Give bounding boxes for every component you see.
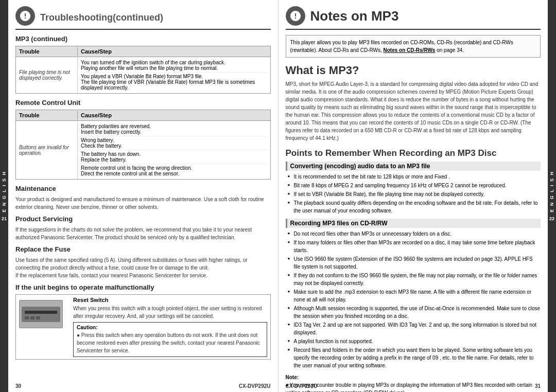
converting-bullet-1: It is recommended to set the bit rate to…: [288, 173, 541, 181]
recording-bullet-2: If too many folders or files other than …: [288, 239, 541, 254]
remote-trouble-table: Trouble Cause/Step Buttons are invalid f…: [15, 110, 271, 180]
recording-bullet-6: Although Multi session recording is supp…: [288, 305, 541, 320]
note-section: Note: ● You may encounter trouble in pla…: [286, 373, 541, 392]
recording-bullet-4: If they do not conform to the ISO 9660 f…: [288, 272, 541, 287]
left-page-header: Troubleshooting(continued): [15, 6, 271, 30]
mp3-trouble-cell: File playing time is not displayed corre…: [16, 57, 78, 93]
mp3-cause-col-header: Cause/Step: [78, 47, 270, 56]
maintenance-section: Maintenance Your product is designed and…: [15, 185, 271, 211]
recording-bullets: Do not record files other than MP3s or u…: [286, 230, 541, 369]
converting-bullet-2: Bit rate 8 kbps of MPEG 2 and sampling f…: [288, 182, 541, 189]
remote-control-title: Remote Control Unit: [15, 99, 271, 106]
recording-bullet-5: Make sure to add the .mp3 extension to e…: [288, 288, 541, 304]
reset-box: Reset Switch When you press this switch …: [15, 294, 271, 360]
left-model-num: CX-DVP292U: [239, 383, 271, 389]
remote-trouble-col-header: Trouble: [16, 111, 78, 119]
reset-content: Reset Switch When you press this switch …: [70, 295, 270, 359]
right-page: Notes on MP3 This player allows you to p…: [279, 0, 548, 392]
maintenance-title: Maintenance: [15, 185, 271, 192]
left-page: Troubleshooting(continued) MP3 (continue…: [8, 0, 279, 392]
stereo-device-image: [19, 300, 63, 328]
sidebar-num-left: 21: [2, 216, 7, 221]
recording-bullet-7: ID3 Tag Ver. 2 and up are not supported.…: [288, 321, 541, 336]
replace-fuse-section: Replace the Fuse Use fuses of the same s…: [15, 245, 271, 279]
maintenance-body: Your product is designed and manufacture…: [15, 195, 271, 211]
left-page-num: 30: [15, 383, 21, 389]
mp3-trouble-col-header: Trouble: [16, 47, 78, 56]
right-page-footer: CX-DVP292U 31: [286, 383, 541, 389]
replace-fuse-body: Use fuses of the same specified rating (…: [15, 256, 271, 279]
troubleshooting-icon: [15, 6, 35, 26]
left-page-footer: 30 CX-DVP292U: [15, 383, 271, 389]
notes-icon: [286, 6, 305, 26]
converting-bullets: It is recommended to set the bit rate to…: [286, 173, 541, 215]
converting-bullet-4: The playback sound quality differs depen…: [288, 199, 541, 215]
remote-cause-4: Remote control unit is facing the wrong …: [81, 164, 267, 177]
converting-bullet-3: If set to VBR (Variable Bit Rate), the f…: [288, 190, 541, 198]
mp3-trouble-table: Trouble Cause/Step File playing time is …: [15, 46, 271, 94]
reset-switch-body: When you press this switch with a tough …: [73, 305, 267, 320]
right-sidebar: E N G L I S H 22: [548, 0, 556, 392]
intro-box: This player allows you to play MP3 files…: [286, 35, 541, 58]
left-page-title: Troubleshooting(continued): [40, 8, 163, 24]
sidebar-lang-right: E N G L I S H: [549, 171, 554, 212]
sidebar-lang-left: E N G L I S H: [2, 171, 7, 212]
caution-title: Caution:: [77, 325, 264, 330]
mp3-continued-title: MP3 (continued): [15, 35, 271, 43]
left-sidebar: E N G L I S H 21: [0, 0, 8, 392]
replace-fuse-title: Replace the Fuse: [15, 245, 271, 253]
remote-table-row: Buttons are invalid for operation. Batte…: [16, 121, 270, 179]
recording-bullet-1: Do not record files other than MP3s or u…: [288, 230, 541, 238]
product-servicing-title: Product Servicing: [15, 215, 271, 223]
right-page-title: Notes on MP3: [310, 8, 399, 24]
product-servicing-body: If the suggestions in the charts do not …: [15, 226, 271, 241]
converting-subtitle: Converting (encoding) audio data to an M…: [286, 162, 541, 171]
recording-bullet-3: Use ISO 9660 file system (Extension of t…: [288, 255, 541, 271]
right-model-num: CX-DVP292U: [286, 383, 318, 389]
recording-subtitle: Recording MP3 files on CD-R/RW: [286, 219, 541, 228]
reset-switch-title: Reset Switch: [73, 297, 267, 303]
points-title: Points to Remember When Recording an MP3…: [286, 148, 541, 158]
mp3-table-row: File playing time is not displayed corre…: [16, 57, 270, 93]
intro-text: This player allows you to play MP3 files…: [290, 40, 513, 53]
what-is-mp3-title: What is MP3?: [286, 64, 541, 77]
remote-cause-2: Wrong battery.Check the battery.: [81, 136, 267, 150]
sidebar-num-right: 22: [549, 216, 554, 221]
caution-box: Caution: ● Press this switch when any op…: [73, 322, 267, 357]
product-servicing-section: Product Servicing If the suggestions in …: [15, 215, 271, 241]
mp3-cause-2: You played a VBR (Variable Bit Rate) for…: [81, 73, 267, 92]
malfunction-title: If the unit begins to operate malfunctio…: [15, 283, 271, 291]
remote-cause-3: The battery has run down.Replace the bat…: [81, 150, 267, 164]
right-page-num: 31: [535, 383, 541, 389]
recording-bullet-9: Record files and folders in the order in…: [288, 346, 541, 369]
malfunction-section: If the unit begins to operate malfunctio…: [15, 283, 271, 360]
what-is-mp3-body: MP3, short for MPEG Audio Layer-3, is a …: [286, 80, 541, 142]
note-title: Note:: [286, 375, 299, 380]
remote-table-header: Trouble Cause/Step: [16, 110, 270, 121]
remote-cause-col-header: Cause/Step: [78, 111, 270, 119]
recording-bullet-8: A playlist function is not supported.: [288, 337, 541, 345]
remote-trouble-cell: Buttons are invalid for operation.: [16, 121, 78, 179]
mp3-table-header: Trouble Cause/Step: [16, 46, 270, 57]
mp3-cause-1: You ran turned off the ignition switch o…: [81, 59, 267, 73]
points-section: Points to Remember When Recording an MP3…: [286, 148, 541, 392]
mp3-cause-cell: You ran turned off the ignition switch o…: [78, 57, 270, 93]
remote-cause-1: Battery polarities are reversed.Insert t…: [81, 122, 267, 136]
right-page-header: Notes on MP3: [286, 6, 541, 30]
caution-body: ● Press this switch when any operation b…: [77, 331, 264, 354]
what-is-mp3-section: What is MP3? MP3, short for MPEG Audio L…: [286, 64, 541, 142]
remote-cause-cell: Battery polarities are reversed.Insert t…: [78, 121, 270, 179]
